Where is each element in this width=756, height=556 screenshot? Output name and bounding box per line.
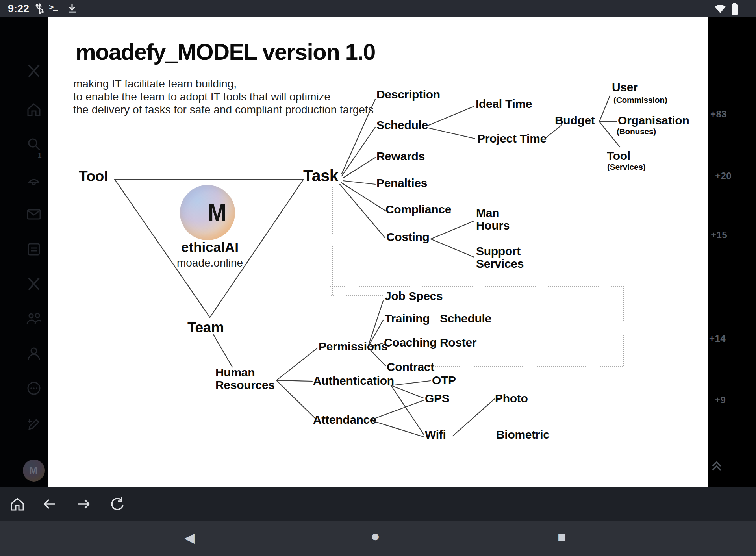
notifications-icon[interactable]	[25, 171, 43, 188]
share-count[interactable]: +9	[715, 395, 726, 406]
wifi-icon	[713, 3, 727, 15]
account-avatar[interactable]: M	[23, 460, 45, 482]
browser-toolbar: twitter.com/moadefy/status/1683301203264…	[0, 487, 756, 521]
repost-count[interactable]: +20	[715, 171, 732, 182]
collapse-chevron-icon[interactable]	[709, 458, 724, 473]
nav-home-button[interactable]: ●	[371, 527, 380, 545]
tweet-photo[interactable]	[48, 17, 708, 487]
nav-back-button[interactable]: ◀	[184, 530, 195, 545]
battery-icon	[731, 3, 739, 15]
avatar-letter: M	[29, 464, 38, 476]
notification-badge: 1	[38, 152, 41, 159]
search-icon[interactable]	[25, 135, 43, 153]
clock: 9:22	[8, 3, 29, 15]
home-icon[interactable]	[25, 101, 43, 118]
like-count[interactable]: +15	[711, 230, 727, 241]
twitter-sidebar: 1 M	[0, 17, 48, 487]
compose-icon[interactable]	[25, 416, 43, 433]
premium-x-icon[interactable]	[25, 275, 43, 293]
status-bar: 9:22 >_	[0, 0, 756, 17]
android-nav-bar: ◀ ● ■	[0, 521, 756, 556]
nav-recents-button[interactable]: ■	[558, 529, 566, 545]
download-icon	[66, 3, 78, 15]
more-icon[interactable]	[25, 380, 43, 397]
reply-count[interactable]: +83	[710, 109, 727, 120]
profile-icon[interactable]	[25, 345, 43, 363]
x-logo-icon[interactable]	[25, 62, 43, 80]
browser-home-icon[interactable]	[9, 495, 26, 513]
usb-icon	[34, 3, 46, 15]
terminal-icon: >_	[49, 3, 57, 12]
tweet-actions-strip: +83 +20 +15 +14 +9	[708, 17, 756, 487]
reload-icon[interactable]	[109, 495, 126, 513]
messages-icon[interactable]	[25, 206, 43, 223]
lists-icon[interactable]	[25, 241, 43, 258]
back-arrow-icon[interactable]	[41, 495, 58, 513]
bookmark-count[interactable]: +14	[709, 333, 726, 344]
communities-icon[interactable]	[25, 310, 43, 327]
android-screen: 9:22 >_	[0, 0, 756, 556]
forward-arrow-icon[interactable]	[75, 495, 93, 513]
